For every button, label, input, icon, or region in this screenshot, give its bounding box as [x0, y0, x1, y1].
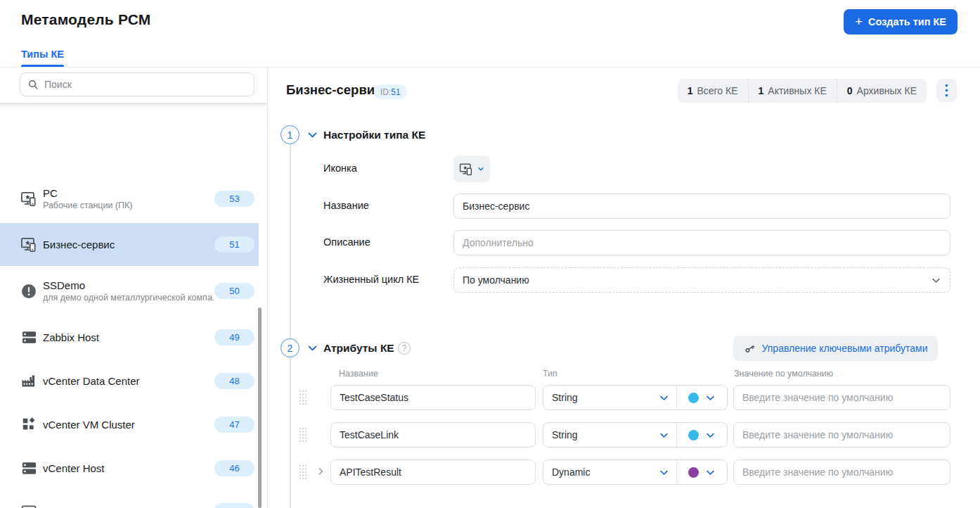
count-badge: 46 [214, 460, 254, 476]
sidebar-scrollbar[interactable] [258, 307, 262, 508]
type-value: String [552, 429, 659, 440]
top-header: Метамодель РСМ + Создать тип КЕ Типы КЕ [0, 0, 980, 68]
attribute-name-input[interactable] [330, 422, 536, 447]
attribute-row: String [268, 385, 980, 410]
type-select[interactable]: Dynamic [543, 460, 676, 484]
default-value-input[interactable] [733, 459, 950, 485]
pc-icon [20, 236, 38, 254]
stat-value: 1 [759, 85, 764, 96]
chevron-down-icon [931, 275, 941, 286]
color-select[interactable] [677, 423, 727, 447]
chevron-down-icon [659, 467, 669, 478]
server-icon [20, 459, 38, 477]
color-dot [688, 393, 699, 403]
chevron-down-icon [705, 467, 716, 478]
stat-value: 0 [847, 85, 853, 96]
help-icon[interactable]: ? [398, 342, 411, 355]
count-badge: 51 [214, 236, 254, 253]
count-badge: 45 [214, 503, 254, 508]
alert-circle-icon [20, 282, 38, 300]
stat-archived-ci[interactable]: 0 Архивных КЕ [837, 79, 927, 103]
key-icon [744, 343, 756, 355]
scroll-shadow [0, 103, 267, 108]
chevron-down-icon [705, 393, 716, 403]
list-item-ssdemo[interactable]: SSDemo для демо одной металлургической к… [0, 269, 259, 312]
id-label: ID: [380, 87, 391, 97]
ci-stats-group: 1 Всего КЕ 1 Активных КЕ 0 Архивных КЕ [678, 79, 927, 103]
cluster-icon [20, 415, 38, 433]
count-badge: 53 [214, 191, 254, 207]
stat-value: 1 [688, 85, 693, 96]
list-item-name: SSDemo [43, 279, 214, 291]
list-item-name: vCenter VM Cluster [43, 419, 135, 431]
list-item-name: vCenter VM [43, 505, 98, 508]
icon-picker-dropdown[interactable] [453, 155, 490, 182]
stat-total-ci[interactable]: 1 Всего КЕ [678, 79, 749, 103]
create-button-label: Создать тип КЕ [868, 16, 946, 27]
drag-handle-icon[interactable] [298, 463, 308, 481]
page-title: Метамодель РСМ [21, 11, 150, 28]
search-input[interactable] [44, 79, 247, 90]
kebab-icon [945, 84, 948, 97]
stat-label: Активных КЕ [768, 85, 826, 96]
attribute-name-input[interactable] [330, 459, 536, 485]
create-ci-type-button[interactable]: + Создать тип КЕ [844, 9, 958, 34]
description-input[interactable] [453, 230, 950, 255]
step-connector-line [290, 144, 291, 508]
tab-ci-types[interactable]: Типы КЕ [21, 49, 64, 67]
chevron-right-icon[interactable] [316, 466, 325, 476]
search-field[interactable] [20, 72, 254, 96]
id-badge: ID: 51 [374, 84, 407, 99]
list-item-vcenter-vm[interactable]: vCenter VM 45 [0, 490, 259, 508]
default-value-input[interactable] [733, 422, 950, 447]
attribute-row: Dynamic [268, 459, 980, 485]
chevron-down-icon[interactable] [307, 342, 318, 354]
list-item-vcenter-host[interactable]: vCenter Host 46 [0, 446, 259, 490]
count-badge: 47 [214, 417, 254, 433]
manage-key-attributes-button[interactable]: Управление ключевыми атрибутами [733, 336, 938, 361]
chevron-down-icon [659, 430, 669, 440]
section-1-title: Настройки типа КЕ [323, 129, 425, 141]
pc-icon [20, 189, 38, 208]
list-item-vcenter-vm-cluster[interactable]: vCenter VM Cluster 47 [0, 402, 259, 446]
type-value: Dynamic [552, 466, 659, 478]
chevron-down-icon [477, 165, 484, 172]
count-badge: 50 [214, 283, 254, 299]
chevron-down-icon [705, 430, 716, 440]
drag-handle-icon[interactable] [298, 426, 308, 444]
list-item-business-service[interactable]: Бизнес-сервис 51 [0, 223, 259, 266]
chevron-down-icon[interactable] [307, 129, 318, 141]
help-glyph: ? [402, 343, 407, 353]
type-select[interactable]: String [543, 386, 676, 409]
chevron-down-icon [659, 393, 669, 403]
list-item-vcenter-data-center[interactable]: vCenter Data Center 48 [0, 359, 259, 402]
name-input[interactable] [453, 193, 950, 219]
attribute-name-input[interactable] [330, 385, 536, 410]
name-field-label: Название [323, 200, 369, 211]
list-item-zabbix-host[interactable]: Zabbix Host 49 [0, 316, 259, 359]
stat-active-ci[interactable]: 1 Активных КЕ [749, 79, 837, 103]
section-1-step-number: 1 [281, 125, 299, 144]
lifecycle-select[interactable]: По умолчанию [453, 267, 950, 293]
type-value: String [552, 392, 659, 403]
count-badge: 49 [214, 329, 254, 345]
kebab-menu-button[interactable] [936, 79, 957, 102]
color-select[interactable] [677, 386, 727, 409]
lifecycle-value: По умолчанию [463, 274, 529, 286]
plus-icon: + [855, 15, 863, 28]
search-icon [27, 79, 39, 90]
section-2-title: Атрибуты КЕ [323, 342, 394, 355]
attribute-type-control: String [543, 385, 728, 410]
vm-icon [20, 502, 38, 508]
list-item-pc[interactable]: PC Рабочие станции (ПК) 53 [0, 176, 259, 221]
pc-icon [459, 162, 474, 177]
attribute-type-control: String [543, 422, 728, 447]
column-header-name: Название [339, 369, 378, 379]
drag-handle-icon[interactable] [298, 388, 308, 407]
default-value-input[interactable] [733, 385, 950, 410]
type-select[interactable]: String [543, 423, 676, 447]
color-select[interactable] [677, 460, 727, 484]
factory-icon [20, 372, 38, 390]
list-item-description: для демо одной металлургической компа... [43, 293, 214, 303]
list-item-name: vCenter Host [43, 462, 105, 474]
